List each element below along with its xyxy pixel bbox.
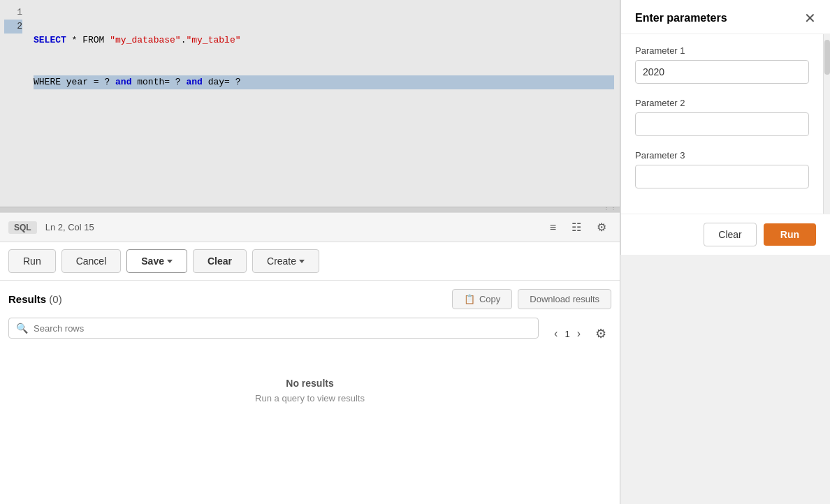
line-number-2: 2	[4, 20, 22, 34]
param-group-3: Parameter 3	[635, 150, 809, 188]
download-label: Download results	[530, 294, 599, 304]
toolbar: Run Cancel Save Clear Create	[0, 242, 620, 281]
code-line-1: SELECT * FROM "my_database"."my_table"	[34, 34, 614, 47]
empty-results: No results Run a query to view results	[8, 350, 611, 431]
panel-footer: Clear Run	[621, 214, 830, 255]
next-page-button[interactable]: ›	[573, 326, 585, 341]
results-area: Results (0) 📋 Copy Download results 🔍	[0, 281, 620, 504]
resize-handle[interactable]: ⋮⋮	[0, 207, 620, 212]
panel-clear-button[interactable]: Clear	[704, 223, 756, 246]
results-actions: 📋 Copy Download results	[452, 289, 611, 309]
indent-icon-btn[interactable]: ≡	[545, 218, 561, 237]
settings-icon-btn[interactable]: ⚙	[592, 217, 611, 237]
search-wrapper: 🔍	[8, 318, 539, 350]
status-left: SQL Ln 2, Col 15	[8, 221, 94, 234]
cursor-position: Ln 2, Col 15	[45, 222, 94, 232]
grid-icon-btn[interactable]: ☷	[567, 217, 586, 237]
param-1-label: Parameter 1	[635, 45, 809, 56]
parameters-panel: Enter parameters ✕ Parameter 1 Parameter…	[620, 0, 830, 504]
code-line-2: WHERE year = ? and month= ? and day= ?	[34, 75, 614, 89]
results-title: Results (0)	[8, 293, 62, 305]
clear-button[interactable]: Clear	[193, 249, 247, 273]
page-number: 1	[565, 329, 569, 339]
copy-icon: 📋	[464, 294, 475, 304]
results-label: Results	[8, 293, 49, 305]
param-3-input[interactable]	[635, 165, 809, 188]
param-3-label: Parameter 3	[635, 150, 809, 161]
panel-run-button[interactable]: Run	[764, 223, 816, 246]
copy-button[interactable]: 📋 Copy	[452, 289, 512, 309]
panel-scroll[interactable]: Parameter 1 Parameter 2 Parameter 3	[621, 34, 823, 214]
run-button[interactable]: Run	[8, 249, 56, 273]
search-input[interactable]	[34, 323, 531, 334]
results-count: (0)	[49, 293, 61, 305]
status-icons: ≡ ☷ ⚙	[545, 217, 611, 237]
copy-label: Copy	[479, 294, 500, 304]
save-button[interactable]: Save	[126, 249, 187, 273]
results-gear-icon: ⚙	[595, 326, 606, 341]
save-label: Save	[141, 255, 164, 267]
results-settings-button[interactable]: ⚙	[590, 323, 611, 345]
line-number-1: 1	[4, 6, 22, 20]
code-content[interactable]: SELECT * FROM "my_database"."my_table" W…	[28, 0, 620, 207]
panel-title: Enter parameters	[635, 12, 727, 24]
right-panel-inner: Enter parameters ✕ Parameter 1 Parameter…	[620, 0, 830, 255]
create-button[interactable]: Create	[252, 249, 319, 273]
save-chevron-icon	[167, 260, 173, 263]
cancel-button[interactable]: Cancel	[61, 249, 122, 273]
panel-scrollbar[interactable]	[823, 34, 830, 214]
param-2-input[interactable]	[635, 112, 809, 136]
panel-body: Parameter 1 Parameter 2 Parameter 3	[621, 34, 830, 214]
panel-header: Enter parameters ✕	[621, 0, 830, 34]
grid-icon: ☷	[571, 221, 581, 234]
empty-results-title: No results	[36, 378, 583, 389]
search-row: 🔍 ‹ 1 › ⚙	[8, 318, 611, 350]
code-editor[interactable]: 1 2 SELECT * FROM "my_database"."my_tabl…	[0, 0, 620, 207]
download-results-button[interactable]: Download results	[518, 289, 611, 309]
param-1-input[interactable]	[635, 60, 809, 84]
prev-page-button[interactable]: ‹	[550, 326, 562, 341]
search-bar[interactable]: 🔍	[8, 318, 539, 339]
empty-results-subtitle: Run a query to view results	[36, 393, 583, 403]
close-panel-button[interactable]: ✕	[804, 11, 816, 25]
results-header: Results (0) 📋 Copy Download results	[8, 289, 611, 309]
search-icon: 🔍	[16, 323, 28, 334]
status-bar: SQL Ln 2, Col 15 ≡ ☷ ⚙	[0, 212, 620, 242]
create-label: Create	[267, 255, 296, 267]
param-group-1: Parameter 1	[635, 45, 809, 84]
param-2-label: Parameter 2	[635, 98, 809, 108]
pagination: ‹ 1 ›	[550, 326, 585, 341]
left-panel: 1 2 SELECT * FROM "my_database"."my_tabl…	[0, 0, 620, 504]
line-numbers: 1 2	[0, 0, 28, 207]
param-group-2: Parameter 2	[635, 98, 809, 136]
gear-icon: ⚙	[597, 221, 606, 234]
language-badge: SQL	[8, 221, 37, 234]
indent-icon: ≡	[550, 221, 556, 234]
panel-scrollbar-thumb	[824, 40, 830, 75]
create-chevron-icon	[299, 260, 305, 263]
